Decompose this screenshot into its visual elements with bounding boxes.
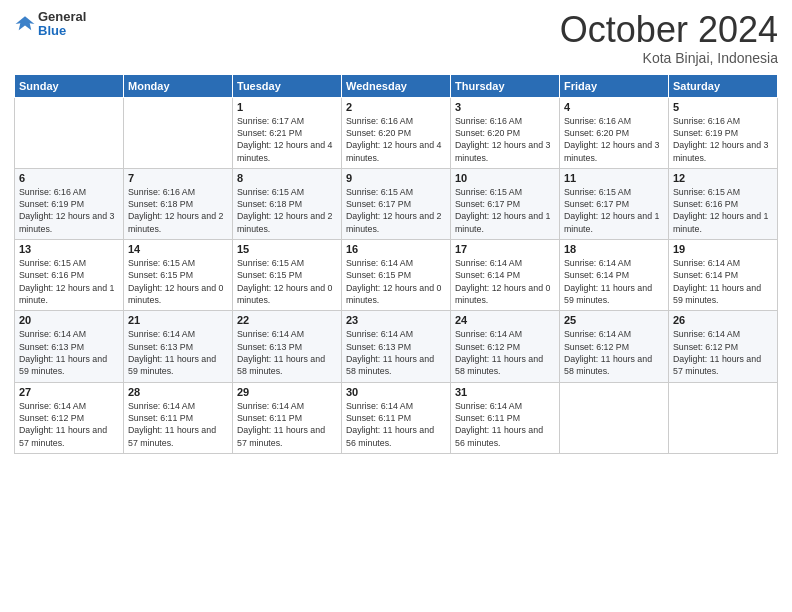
day-info: Sunrise: 6:15 AMSunset: 6:15 PMDaylight:… [128, 257, 228, 306]
col-wednesday: Wednesday [342, 74, 451, 97]
col-tuesday: Tuesday [233, 74, 342, 97]
table-row: 16Sunrise: 6:14 AMSunset: 6:15 PMDayligh… [342, 240, 451, 311]
day-info: Sunrise: 6:15 AMSunset: 6:17 PMDaylight:… [455, 186, 555, 235]
table-row [15, 97, 124, 168]
day-info: Sunrise: 6:15 AMSunset: 6:16 PMDaylight:… [19, 257, 119, 306]
day-info: Sunrise: 6:16 AMSunset: 6:19 PMDaylight:… [19, 186, 119, 235]
table-row [124, 97, 233, 168]
day-number: 9 [346, 172, 446, 184]
table-row: 7Sunrise: 6:16 AMSunset: 6:18 PMDaylight… [124, 168, 233, 239]
day-info: Sunrise: 6:14 AMSunset: 6:15 PMDaylight:… [346, 257, 446, 306]
day-number: 16 [346, 243, 446, 255]
day-info: Sunrise: 6:16 AMSunset: 6:20 PMDaylight:… [346, 115, 446, 164]
day-number: 26 [673, 314, 773, 326]
day-info: Sunrise: 6:14 AMSunset: 6:12 PMDaylight:… [564, 328, 664, 377]
day-number: 11 [564, 172, 664, 184]
day-info: Sunrise: 6:17 AMSunset: 6:21 PMDaylight:… [237, 115, 337, 164]
day-number: 14 [128, 243, 228, 255]
table-row: 28Sunrise: 6:14 AMSunset: 6:11 PMDayligh… [124, 382, 233, 453]
table-row: 9Sunrise: 6:15 AMSunset: 6:17 PMDaylight… [342, 168, 451, 239]
table-row: 11Sunrise: 6:15 AMSunset: 6:17 PMDayligh… [560, 168, 669, 239]
day-info: Sunrise: 6:14 AMSunset: 6:12 PMDaylight:… [455, 328, 555, 377]
day-number: 23 [346, 314, 446, 326]
day-number: 28 [128, 386, 228, 398]
day-number: 22 [237, 314, 337, 326]
table-row: 2Sunrise: 6:16 AMSunset: 6:20 PMDaylight… [342, 97, 451, 168]
day-number: 10 [455, 172, 555, 184]
day-info: Sunrise: 6:15 AMSunset: 6:15 PMDaylight:… [237, 257, 337, 306]
table-row: 4Sunrise: 6:16 AMSunset: 6:20 PMDaylight… [560, 97, 669, 168]
day-info: Sunrise: 6:14 AMSunset: 6:13 PMDaylight:… [128, 328, 228, 377]
table-row: 18Sunrise: 6:14 AMSunset: 6:14 PMDayligh… [560, 240, 669, 311]
table-row: 31Sunrise: 6:14 AMSunset: 6:11 PMDayligh… [451, 382, 560, 453]
day-info: Sunrise: 6:14 AMSunset: 6:13 PMDaylight:… [237, 328, 337, 377]
calendar-week-5: 27Sunrise: 6:14 AMSunset: 6:12 PMDayligh… [15, 382, 778, 453]
table-row: 25Sunrise: 6:14 AMSunset: 6:12 PMDayligh… [560, 311, 669, 382]
day-number: 8 [237, 172, 337, 184]
table-row: 12Sunrise: 6:15 AMSunset: 6:16 PMDayligh… [669, 168, 778, 239]
table-row: 17Sunrise: 6:14 AMSunset: 6:14 PMDayligh… [451, 240, 560, 311]
calendar-header-row: Sunday Monday Tuesday Wednesday Thursday… [15, 74, 778, 97]
day-info: Sunrise: 6:16 AMSunset: 6:19 PMDaylight:… [673, 115, 773, 164]
day-info: Sunrise: 6:14 AMSunset: 6:14 PMDaylight:… [564, 257, 664, 306]
day-number: 7 [128, 172, 228, 184]
day-number: 18 [564, 243, 664, 255]
day-number: 4 [564, 101, 664, 113]
day-info: Sunrise: 6:14 AMSunset: 6:12 PMDaylight:… [19, 400, 119, 449]
day-info: Sunrise: 6:15 AMSunset: 6:16 PMDaylight:… [673, 186, 773, 235]
day-number: 2 [346, 101, 446, 113]
calendar-week-2: 6Sunrise: 6:16 AMSunset: 6:19 PMDaylight… [15, 168, 778, 239]
day-number: 1 [237, 101, 337, 113]
day-number: 24 [455, 314, 555, 326]
day-info: Sunrise: 6:14 AMSunset: 6:11 PMDaylight:… [346, 400, 446, 449]
day-info: Sunrise: 6:15 AMSunset: 6:17 PMDaylight:… [346, 186, 446, 235]
header: General Blue October 2024 Kota Binjai, I… [14, 10, 778, 66]
table-row: 10Sunrise: 6:15 AMSunset: 6:17 PMDayligh… [451, 168, 560, 239]
day-number: 5 [673, 101, 773, 113]
day-number: 21 [128, 314, 228, 326]
day-number: 3 [455, 101, 555, 113]
day-info: Sunrise: 6:14 AMSunset: 6:13 PMDaylight:… [19, 328, 119, 377]
day-number: 25 [564, 314, 664, 326]
day-number: 13 [19, 243, 119, 255]
col-saturday: Saturday [669, 74, 778, 97]
col-thursday: Thursday [451, 74, 560, 97]
table-row: 13Sunrise: 6:15 AMSunset: 6:16 PMDayligh… [15, 240, 124, 311]
day-number: 6 [19, 172, 119, 184]
table-row: 5Sunrise: 6:16 AMSunset: 6:19 PMDaylight… [669, 97, 778, 168]
day-number: 20 [19, 314, 119, 326]
table-row: 19Sunrise: 6:14 AMSunset: 6:14 PMDayligh… [669, 240, 778, 311]
day-number: 17 [455, 243, 555, 255]
logo-blue: Blue [38, 24, 86, 38]
day-info: Sunrise: 6:15 AMSunset: 6:18 PMDaylight:… [237, 186, 337, 235]
table-row: 30Sunrise: 6:14 AMSunset: 6:11 PMDayligh… [342, 382, 451, 453]
table-row: 26Sunrise: 6:14 AMSunset: 6:12 PMDayligh… [669, 311, 778, 382]
day-info: Sunrise: 6:15 AMSunset: 6:17 PMDaylight:… [564, 186, 664, 235]
svg-marker-0 [16, 16, 35, 30]
day-number: 31 [455, 386, 555, 398]
table-row: 22Sunrise: 6:14 AMSunset: 6:13 PMDayligh… [233, 311, 342, 382]
col-friday: Friday [560, 74, 669, 97]
logo-bird-icon [14, 13, 36, 35]
day-number: 15 [237, 243, 337, 255]
table-row: 15Sunrise: 6:15 AMSunset: 6:15 PMDayligh… [233, 240, 342, 311]
table-row: 29Sunrise: 6:14 AMSunset: 6:11 PMDayligh… [233, 382, 342, 453]
logo-general: General [38, 10, 86, 24]
col-monday: Monday [124, 74, 233, 97]
table-row [560, 382, 669, 453]
day-info: Sunrise: 6:16 AMSunset: 6:20 PMDaylight:… [564, 115, 664, 164]
day-info: Sunrise: 6:16 AMSunset: 6:20 PMDaylight:… [455, 115, 555, 164]
day-info: Sunrise: 6:14 AMSunset: 6:12 PMDaylight:… [673, 328, 773, 377]
day-number: 30 [346, 386, 446, 398]
table-row: 20Sunrise: 6:14 AMSunset: 6:13 PMDayligh… [15, 311, 124, 382]
table-row: 6Sunrise: 6:16 AMSunset: 6:19 PMDaylight… [15, 168, 124, 239]
day-info: Sunrise: 6:14 AMSunset: 6:14 PMDaylight:… [673, 257, 773, 306]
day-info: Sunrise: 6:14 AMSunset: 6:13 PMDaylight:… [346, 328, 446, 377]
table-row: 1Sunrise: 6:17 AMSunset: 6:21 PMDaylight… [233, 97, 342, 168]
month-title: October 2024 [560, 10, 778, 50]
day-number: 19 [673, 243, 773, 255]
table-row: 8Sunrise: 6:15 AMSunset: 6:18 PMDaylight… [233, 168, 342, 239]
table-row: 24Sunrise: 6:14 AMSunset: 6:12 PMDayligh… [451, 311, 560, 382]
calendar-week-4: 20Sunrise: 6:14 AMSunset: 6:13 PMDayligh… [15, 311, 778, 382]
table-row: 23Sunrise: 6:14 AMSunset: 6:13 PMDayligh… [342, 311, 451, 382]
